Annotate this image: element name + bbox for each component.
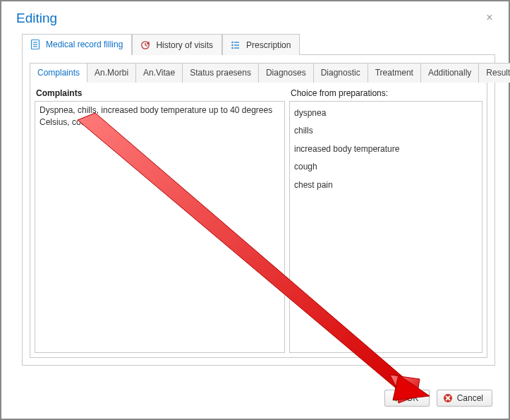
list-bullets-icon <box>230 40 241 51</box>
subtab-label: An.Morbi <box>95 68 128 78</box>
tab-label: Medical record filling <box>46 40 123 49</box>
subtab-label: Treatment <box>375 68 413 78</box>
subtab-label: Result <box>486 68 510 78</box>
subtab-status-praesens[interactable]: Status praesens <box>183 63 259 83</box>
svg-point-7 <box>231 41 233 43</box>
subtab-label: An.Vitae <box>143 68 175 78</box>
complaints-heading: Complaints <box>35 87 285 101</box>
subtab-label: Diagnostic <box>321 68 360 78</box>
complaints-text-area[interactable]: Dyspnea, chills, increased body temperat… <box>35 101 285 353</box>
subtab-additionally[interactable]: Additionally <box>421 63 479 83</box>
subtab-label: Status praesens <box>190 68 251 78</box>
tab-medical-record-filling[interactable]: Medical record filling <box>22 34 132 55</box>
subtab-result[interactable]: Result <box>479 63 510 83</box>
subtab-treatment[interactable]: Treatment <box>368 63 421 83</box>
cancel-icon <box>443 393 453 403</box>
subtab-complaints[interactable]: Complaints <box>30 63 87 83</box>
subtab-diagnoses[interactable]: Diagnoses <box>259 63 314 83</box>
preparations-column: Choice from preparations: dyspneachillsi… <box>289 87 482 353</box>
inner-panel: Complaints Dyspnea, chills, increased bo… <box>30 83 487 358</box>
subtab-an-vitae[interactable]: An.Vitae <box>136 63 183 83</box>
preparation-item[interactable]: dyspnea <box>294 104 478 122</box>
preparations-heading: Choice from preparations: <box>289 87 482 101</box>
outer-panel: Complaints An.Morbi An.Vitae Status prae… <box>22 55 495 366</box>
check-icon <box>392 393 402 403</box>
subtab-label: Additionally <box>428 68 471 78</box>
editing-dialog: Editing × Medical record filling <box>4 4 506 416</box>
preparation-item[interactable]: cough <box>294 158 478 176</box>
svg-point-9 <box>231 47 233 49</box>
subtab-diagnostic[interactable]: Diagnostic <box>314 63 368 83</box>
close-icon[interactable]: × <box>482 11 497 25</box>
top-tab-strip: Medical record filling History of visits <box>22 33 495 55</box>
tab-history-of-visits[interactable]: History of visits <box>132 34 222 55</box>
subtab-label: Complaints <box>37 68 80 78</box>
svg-point-8 <box>231 44 233 46</box>
preparation-item[interactable]: increased body temperature <box>294 140 478 158</box>
complaints-column: Complaints Dyspnea, chills, increased bo… <box>35 87 285 353</box>
preparation-item[interactable]: chills <box>294 122 478 140</box>
tab-label: Prescription <box>246 40 291 50</box>
ok-button[interactable]: OK <box>384 390 430 407</box>
clock-refresh-icon <box>140 40 151 51</box>
preparations-list[interactable]: dyspneachillsincreased body temperaturec… <box>289 101 482 353</box>
svg-line-6 <box>145 45 147 47</box>
tab-label: History of visits <box>156 40 213 50</box>
document-lines-icon <box>30 39 41 50</box>
titlebar: Editing × <box>4 4 506 32</box>
cancel-label: Cancel <box>457 393 483 403</box>
sub-tab-strip: Complaints An.Morbi An.Vitae Status prae… <box>30 62 487 83</box>
ok-label: OK <box>406 393 418 403</box>
complaints-text: Dyspnea, chills, increased body temperat… <box>40 105 272 127</box>
cancel-button[interactable]: Cancel <box>437 390 492 407</box>
dialog-title: Editing <box>16 11 57 26</box>
preparation-item[interactable]: chest pain <box>294 176 478 194</box>
dialog-footer: OK Cancel <box>384 390 492 407</box>
subtab-an-morbi[interactable]: An.Morbi <box>87 63 136 83</box>
subtab-label: Diagnoses <box>266 68 306 78</box>
tab-prescription[interactable]: Prescription <box>222 34 300 55</box>
